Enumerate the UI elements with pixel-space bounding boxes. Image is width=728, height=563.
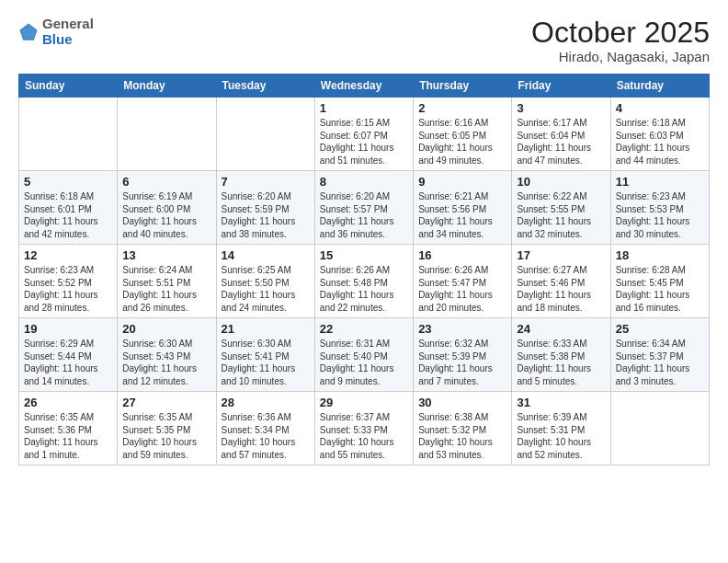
table-row: 31Sunrise: 6:39 AM Sunset: 5:31 PM Dayli… bbox=[512, 392, 610, 465]
logo-general: General bbox=[42, 16, 94, 31]
table-row bbox=[610, 392, 709, 465]
location-subtitle: Hirado, Nagasaki, Japan bbox=[531, 49, 710, 64]
day-info: Sunrise: 6:25 AM Sunset: 5:50 PM Dayligh… bbox=[222, 264, 310, 314]
page: General Blue October 2025 Hirado, Nagasa… bbox=[0, 0, 728, 563]
day-info: Sunrise: 6:16 AM Sunset: 6:05 PM Dayligh… bbox=[418, 117, 506, 167]
day-number: 20 bbox=[122, 322, 210, 336]
table-row: 5Sunrise: 6:18 AM Sunset: 6:01 PM Daylig… bbox=[19, 171, 118, 245]
day-number: 23 bbox=[418, 322, 506, 336]
day-info: Sunrise: 6:23 AM Sunset: 5:52 PM Dayligh… bbox=[24, 264, 112, 314]
table-row: 6Sunrise: 6:19 AM Sunset: 6:00 PM Daylig… bbox=[118, 171, 216, 245]
table-row: 10Sunrise: 6:22 AM Sunset: 5:55 PM Dayli… bbox=[512, 171, 610, 245]
day-info: Sunrise: 6:18 AM Sunset: 6:03 PM Dayligh… bbox=[616, 117, 704, 167]
day-number: 19 bbox=[24, 322, 112, 336]
table-row: 22Sunrise: 6:31 AM Sunset: 5:40 PM Dayli… bbox=[314, 318, 413, 392]
day-info: Sunrise: 6:19 AM Sunset: 6:00 PM Dayligh… bbox=[122, 190, 210, 240]
day-number: 18 bbox=[616, 248, 704, 262]
table-row: 28Sunrise: 6:36 AM Sunset: 5:34 PM Dayli… bbox=[216, 392, 314, 465]
table-row: 29Sunrise: 6:37 AM Sunset: 5:33 PM Dayli… bbox=[314, 392, 413, 465]
table-row: 13Sunrise: 6:24 AM Sunset: 5:51 PM Dayli… bbox=[118, 245, 216, 318]
day-number: 28 bbox=[222, 396, 310, 409]
table-row: 11Sunrise: 6:23 AM Sunset: 5:53 PM Dayli… bbox=[610, 171, 709, 245]
logo-blue: Blue bbox=[42, 31, 73, 47]
day-info: Sunrise: 6:28 AM Sunset: 5:45 PM Dayligh… bbox=[616, 264, 704, 314]
header: General Blue October 2025 Hirado, Nagasa… bbox=[18, 17, 710, 64]
day-number: 27 bbox=[122, 396, 210, 409]
day-number: 3 bbox=[517, 101, 605, 115]
col-sunday: Sunday bbox=[19, 75, 118, 98]
calendar-week-row: 1Sunrise: 6:15 AM Sunset: 6:07 PM Daylig… bbox=[19, 98, 710, 171]
day-info: Sunrise: 6:35 AM Sunset: 5:36 PM Dayligh… bbox=[24, 411, 112, 461]
day-number: 10 bbox=[517, 175, 605, 189]
month-title: October 2025 bbox=[531, 17, 710, 49]
table-row bbox=[216, 98, 314, 171]
table-row: 7Sunrise: 6:20 AM Sunset: 5:59 PM Daylig… bbox=[216, 171, 314, 245]
day-number: 9 bbox=[418, 175, 506, 189]
table-row: 18Sunrise: 6:28 AM Sunset: 5:45 PM Dayli… bbox=[610, 245, 709, 318]
day-number: 11 bbox=[616, 175, 704, 189]
table-row: 3Sunrise: 6:17 AM Sunset: 6:04 PM Daylig… bbox=[512, 98, 610, 171]
day-number: 7 bbox=[222, 175, 310, 189]
day-number: 30 bbox=[418, 396, 506, 409]
table-row: 8Sunrise: 6:20 AM Sunset: 5:57 PM Daylig… bbox=[314, 171, 413, 245]
table-row: 14Sunrise: 6:25 AM Sunset: 5:50 PM Dayli… bbox=[216, 245, 314, 318]
day-number: 13 bbox=[122, 248, 210, 262]
calendar-week-row: 12Sunrise: 6:23 AM Sunset: 5:52 PM Dayli… bbox=[19, 245, 710, 318]
day-number: 8 bbox=[320, 175, 408, 189]
table-row: 9Sunrise: 6:21 AM Sunset: 5:56 PM Daylig… bbox=[414, 171, 512, 245]
day-info: Sunrise: 6:38 AM Sunset: 5:32 PM Dayligh… bbox=[418, 411, 506, 461]
day-info: Sunrise: 6:21 AM Sunset: 5:56 PM Dayligh… bbox=[418, 190, 506, 240]
table-row: 15Sunrise: 6:26 AM Sunset: 5:48 PM Dayli… bbox=[314, 245, 413, 318]
day-info: Sunrise: 6:35 AM Sunset: 5:35 PM Dayligh… bbox=[122, 411, 210, 461]
day-info: Sunrise: 6:20 AM Sunset: 5:59 PM Dayligh… bbox=[222, 190, 310, 240]
logo: General Blue bbox=[18, 17, 94, 47]
calendar-table: Sunday Monday Tuesday Wednesday Thursday… bbox=[18, 74, 710, 465]
table-row: 12Sunrise: 6:23 AM Sunset: 5:52 PM Dayli… bbox=[19, 245, 118, 318]
day-number: 26 bbox=[24, 396, 112, 409]
day-number: 12 bbox=[24, 248, 112, 262]
table-row: 20Sunrise: 6:30 AM Sunset: 5:43 PM Dayli… bbox=[118, 318, 216, 392]
calendar-week-row: 26Sunrise: 6:35 AM Sunset: 5:36 PM Dayli… bbox=[19, 392, 710, 465]
day-info: Sunrise: 6:30 AM Sunset: 5:43 PM Dayligh… bbox=[122, 338, 210, 387]
day-number: 31 bbox=[517, 396, 605, 409]
day-info: Sunrise: 6:15 AM Sunset: 6:07 PM Dayligh… bbox=[320, 117, 408, 167]
table-row: 4Sunrise: 6:18 AM Sunset: 6:03 PM Daylig… bbox=[610, 98, 709, 171]
day-info: Sunrise: 6:17 AM Sunset: 6:04 PM Dayligh… bbox=[517, 117, 605, 167]
col-thursday: Thursday bbox=[414, 75, 512, 98]
table-row bbox=[118, 98, 216, 171]
table-row: 26Sunrise: 6:35 AM Sunset: 5:36 PM Dayli… bbox=[19, 392, 118, 465]
col-monday: Monday bbox=[118, 75, 216, 98]
day-number: 24 bbox=[517, 322, 605, 336]
day-info: Sunrise: 6:32 AM Sunset: 5:39 PM Dayligh… bbox=[418, 338, 506, 387]
logo-icon bbox=[18, 22, 39, 42]
table-row: 2Sunrise: 6:16 AM Sunset: 6:05 PM Daylig… bbox=[414, 98, 512, 171]
day-info: Sunrise: 6:29 AM Sunset: 5:44 PM Dayligh… bbox=[24, 338, 112, 387]
day-number: 16 bbox=[418, 248, 506, 262]
day-info: Sunrise: 6:34 AM Sunset: 5:37 PM Dayligh… bbox=[616, 338, 704, 387]
day-info: Sunrise: 6:18 AM Sunset: 6:01 PM Dayligh… bbox=[24, 190, 112, 240]
day-info: Sunrise: 6:20 AM Sunset: 5:57 PM Dayligh… bbox=[320, 190, 408, 240]
table-row: 27Sunrise: 6:35 AM Sunset: 5:35 PM Dayli… bbox=[118, 392, 216, 465]
table-row: 25Sunrise: 6:34 AM Sunset: 5:37 PM Dayli… bbox=[610, 318, 709, 392]
day-number: 15 bbox=[320, 248, 408, 262]
table-row: 16Sunrise: 6:26 AM Sunset: 5:47 PM Dayli… bbox=[414, 245, 512, 318]
calendar-header-row: Sunday Monday Tuesday Wednesday Thursday… bbox=[19, 75, 710, 98]
table-row: 30Sunrise: 6:38 AM Sunset: 5:32 PM Dayli… bbox=[414, 392, 512, 465]
table-row: 17Sunrise: 6:27 AM Sunset: 5:46 PM Dayli… bbox=[512, 245, 610, 318]
day-number: 2 bbox=[418, 101, 506, 115]
table-row: 19Sunrise: 6:29 AM Sunset: 5:44 PM Dayli… bbox=[19, 318, 118, 392]
day-number: 6 bbox=[122, 175, 210, 189]
day-number: 22 bbox=[320, 322, 408, 336]
day-number: 1 bbox=[320, 101, 408, 115]
day-number: 14 bbox=[222, 248, 310, 262]
table-row: 23Sunrise: 6:32 AM Sunset: 5:39 PM Dayli… bbox=[414, 318, 512, 392]
day-number: 5 bbox=[24, 175, 112, 189]
day-info: Sunrise: 6:26 AM Sunset: 5:47 PM Dayligh… bbox=[418, 264, 506, 314]
day-info: Sunrise: 6:36 AM Sunset: 5:34 PM Dayligh… bbox=[222, 411, 310, 461]
day-info: Sunrise: 6:37 AM Sunset: 5:33 PM Dayligh… bbox=[320, 411, 408, 461]
day-number: 4 bbox=[616, 101, 704, 115]
day-info: Sunrise: 6:22 AM Sunset: 5:55 PM Dayligh… bbox=[517, 190, 605, 240]
title-block: October 2025 Hirado, Nagasaki, Japan bbox=[531, 17, 710, 64]
day-number: 17 bbox=[517, 248, 605, 262]
day-info: Sunrise: 6:31 AM Sunset: 5:40 PM Dayligh… bbox=[320, 338, 408, 387]
